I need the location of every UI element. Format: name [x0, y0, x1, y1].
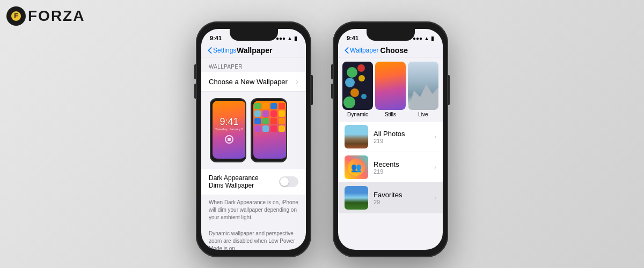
album-chevron-all: › [434, 133, 436, 140]
bubble-6 [361, 94, 367, 99]
volume-down-btn-2 [331, 84, 333, 99]
lock-body [228, 138, 231, 141]
live-label: Live [408, 111, 438, 117]
album-count-favorites: 29 [374, 199, 429, 205]
person-emoji: 👥 [351, 162, 362, 173]
album-favorites[interactable]: Favorites 29 › [338, 183, 443, 213]
back-button-2[interactable]: Wallpaper [345, 47, 379, 54]
description-2: Dynamic wallpaper and perspective zoom a… [201, 226, 306, 250]
logo-icon: F [6, 6, 26, 26]
phone-2: 9:41 ●●● ▲ ▮ Wallpaper Choose [333, 21, 448, 257]
power-btn [311, 75, 313, 105]
album-name-all: All Photos [374, 130, 429, 138]
lockscreen-preview[interactable]: 9:41 Tuesday, January 8 [210, 98, 246, 162]
status-time-2: 9:41 [347, 35, 358, 41]
mountain-photo [345, 186, 368, 210]
row-chevron: › [296, 77, 298, 86]
album-recents[interactable]: 👥 Recents 219 › [338, 152, 443, 183]
notch [230, 29, 278, 41]
mountain-shape [408, 78, 438, 110]
album-info-favorites: Favorites 29 [374, 191, 429, 205]
nav-title-1: Wallpaper [236, 46, 273, 55]
category-stills[interactable]: Stills [375, 62, 406, 117]
lock-time: 9:41 [219, 116, 238, 128]
recents-thumb: 👥 [345, 155, 368, 179]
app-8 [279, 110, 285, 117]
app-10 [262, 118, 269, 124]
wallpaper-categories: Dynamic Stills [338, 57, 443, 122]
album-list: All Photos 219 › 👥 [338, 122, 443, 213]
volume-up-btn [194, 64, 196, 79]
album-name-recents: Recents [374, 160, 429, 168]
phone-2-screen: 9:41 ●●● ▲ ▮ Wallpaper Choose [338, 29, 443, 250]
status-indicators-2: ●●● ▲ ▮ [413, 35, 434, 41]
bubble-2 [357, 64, 365, 72]
person-avatar: 👥 [348, 159, 365, 176]
phone-1-screen: 9:41 ●●● ▲ ▮ Settings Wallpaper [201, 29, 306, 250]
album-all-photos[interactable]: All Photos 219 › [338, 122, 443, 152]
favorites-thumb [345, 186, 368, 210]
app-7 [270, 110, 277, 117]
landscape-photo [345, 125, 368, 148]
category-live[interactable]: Live [408, 62, 438, 117]
wifi-icon: ▲ [287, 35, 292, 41]
signal-icon-2: ●●● [413, 35, 422, 41]
app-12 [279, 118, 285, 124]
description-1: When Dark Appearance is on, iPhone will … [201, 195, 306, 226]
dark-appearance-toggle[interactable] [279, 176, 298, 187]
choose-wallpaper-row[interactable]: Choose a New Wallpaper › [201, 72, 306, 92]
homescreen-thumb [253, 101, 287, 159]
side-button-right-2 [448, 75, 450, 105]
album-chevron-recents: › [434, 163, 436, 171]
back-chevron-1 [208, 47, 212, 54]
volume-up-btn-2 [331, 64, 333, 79]
signal-icon: ●●● [276, 35, 286, 41]
app-6 [262, 110, 269, 117]
bubble-7 [343, 96, 355, 108]
toggle-label: Dark Appearance Dims Wallpaper [209, 174, 275, 189]
all-photos-thumb [345, 125, 368, 148]
battery-icon-2: ▮ [431, 35, 434, 41]
wifi-icon-2: ▲ [424, 35, 429, 41]
back-chevron-2 [345, 47, 349, 54]
live-thumb [408, 62, 438, 110]
power-btn-2 [448, 75, 450, 105]
dark-appearance-row[interactable]: Dark Appearance Dims Wallpaper [201, 169, 306, 195]
album-count-all: 219 [374, 138, 429, 144]
wallpaper-preview: 9:41 Tuesday, January 8 [201, 92, 306, 169]
portrait-photo: 👥 [345, 155, 368, 179]
app-16 [279, 125, 285, 132]
svg-text:F: F [14, 12, 18, 20]
lockscreen-thumb: 9:41 Tuesday, January 8 [213, 101, 246, 159]
side-buttons-left-2 [331, 64, 333, 99]
back-button-1[interactable]: Settings [208, 47, 236, 54]
homescreen-preview[interactable] [251, 98, 287, 162]
brand-name: FORZA [28, 8, 85, 25]
lion-icon: F [10, 10, 22, 22]
bubble-1 [347, 67, 357, 78]
app-14 [262, 125, 269, 132]
lock-date: Tuesday, January 8 [215, 128, 243, 131]
category-dynamic[interactable]: Dynamic [342, 62, 373, 117]
dynamic-label: Dynamic [342, 111, 373, 117]
app-4 [279, 103, 285, 109]
lockscreen-wallpaper: 9:41 Tuesday, January 8 [213, 101, 246, 159]
phones-container: 9:41 ●●● ▲ ▮ Settings Wallpaper [0, 0, 644, 268]
bubble-4 [358, 75, 365, 81]
volume-down-btn [194, 84, 196, 99]
album-count-recents: 219 [374, 168, 429, 175]
app-15 [270, 125, 277, 132]
album-name-favorites: Favorites [374, 191, 429, 199]
screen1-content: WALLPAPER Choose a New Wallpaper › 9:41 … [201, 57, 306, 250]
bubble-5 [350, 88, 359, 97]
choose-screen: Dynamic Stills [338, 57, 443, 213]
dynamic-wallpaper [342, 62, 373, 110]
nav-title-2: Choose [379, 46, 409, 55]
phone-1: 9:41 ●●● ▲ ▮ Settings Wallpaper [196, 21, 311, 257]
stills-wallpaper [375, 62, 406, 110]
status-time-1: 9:41 [210, 35, 222, 41]
battery-icon: ▮ [294, 35, 297, 41]
album-info-all: All Photos 219 [374, 130, 429, 144]
bubble-3 [345, 78, 355, 87]
nav-bar-2: Wallpaper Choose [338, 44, 443, 57]
